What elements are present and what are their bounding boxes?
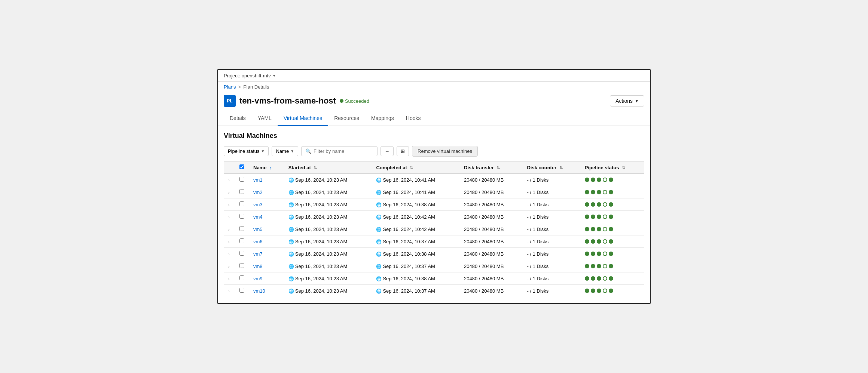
- row-checkbox-9[interactable]: [239, 288, 244, 293]
- row-pipeline-status-5: [580, 235, 644, 248]
- pipeline-dot-1-2: [585, 202, 589, 207]
- row-checkbox-0[interactable]: [239, 177, 244, 182]
- pipeline-dot-5-7: [609, 264, 613, 268]
- content-area: Virtual Machines Pipeline status ▼ Name …: [218, 126, 650, 303]
- name-filter-label: Name: [276, 148, 289, 154]
- row-expand-1[interactable]: ›: [224, 186, 235, 198]
- vm-table: Name ↑ Started at ⇅ Completed at ⇅ Disk …: [224, 161, 644, 297]
- table-row: › vm10 🌐Sep 16, 2024, 10:23 AM 🌐Sep 16, …: [224, 285, 644, 297]
- pipeline-dot-3-6: [597, 252, 601, 256]
- actions-button[interactable]: Actions ▼: [610, 95, 644, 107]
- row-disk-counter-1: - / 1 Disks: [522, 186, 580, 198]
- row-expand-5[interactable]: ›: [224, 235, 235, 248]
- table-row: › vm1 🌐Sep 16, 2024, 10:23 AM 🌐Sep 16, 2…: [224, 174, 644, 186]
- row-name-8: vm9: [249, 272, 284, 285]
- plan-badge: PL: [224, 95, 236, 107]
- name-filter[interactable]: Name ▼: [272, 146, 298, 156]
- pipeline-dot-3-9: [597, 289, 601, 293]
- toolbar: Pipeline status ▼ Name ▼ 🔍 → ⊞ Remove vi…: [224, 146, 644, 157]
- pipeline-dot-1-1: [585, 190, 589, 194]
- row-expand-7[interactable]: ›: [224, 260, 235, 272]
- project-selector[interactable]: Project: openshift-mtv ▼: [224, 73, 276, 78]
- row-started-4: 🌐Sep 16, 2024, 10:23 AM: [284, 223, 372, 235]
- disk-transfer-sort-icon: ⇅: [496, 166, 500, 170]
- row-name-6: vm7: [249, 248, 284, 260]
- table-row: › vm4 🌐Sep 16, 2024, 10:23 AM 🌐Sep 16, 2…: [224, 211, 644, 223]
- row-disk-transfer-6: 20480 / 20480 MB: [459, 248, 522, 260]
- pipeline-dot-3-5: [597, 239, 601, 244]
- row-started-3: 🌐Sep 16, 2024, 10:23 AM: [284, 211, 372, 223]
- row-checkbox-4[interactable]: [239, 226, 244, 231]
- row-disk-counter-0: - / 1 Disks: [522, 174, 580, 186]
- row-checkbox-8[interactable]: [239, 275, 244, 280]
- row-expand-8[interactable]: ›: [224, 272, 235, 285]
- row-checkbox-1[interactable]: [239, 189, 244, 194]
- row-completed-6: 🌐Sep 16, 2024, 10:38 AM: [372, 248, 459, 260]
- tab-mappings[interactable]: Mappings: [365, 111, 400, 126]
- row-disk-transfer-9: 20480 / 20480 MB: [459, 285, 522, 297]
- pipeline-dot-1-7: [585, 264, 589, 268]
- row-expand-9[interactable]: ›: [224, 285, 235, 297]
- row-started-9: 🌐Sep 16, 2024, 10:23 AM: [284, 285, 372, 297]
- actions-label: Actions: [615, 98, 633, 104]
- row-expand-3[interactable]: ›: [224, 211, 235, 223]
- breadcrumb-plans-link[interactable]: Plans: [224, 84, 236, 90]
- tab-yaml[interactable]: YAML: [252, 111, 278, 126]
- remove-vms-button[interactable]: Remove virtual machines: [412, 146, 478, 157]
- tab-virtual-machines[interactable]: Virtual Machines: [278, 111, 328, 126]
- row-name-2: vm3: [249, 198, 284, 211]
- pipeline-dot-3-2: [597, 202, 601, 207]
- pipeline-dot-1-6: [585, 252, 589, 256]
- row-pipeline-status-3: [580, 211, 644, 223]
- column-management-button[interactable]: ⊞: [397, 146, 409, 156]
- pipeline-dot-4-9: [603, 289, 607, 293]
- row-checkbox-cell-7: [235, 260, 249, 272]
- row-expand-6[interactable]: ›: [224, 248, 235, 260]
- row-checkbox-5[interactable]: [239, 238, 244, 243]
- row-checkbox-cell-9: [235, 285, 249, 297]
- row-expand-2[interactable]: ›: [224, 198, 235, 211]
- row-started-8: 🌐Sep 16, 2024, 10:23 AM: [284, 272, 372, 285]
- table-row: › vm7 🌐Sep 16, 2024, 10:23 AM 🌐Sep 16, 2…: [224, 248, 644, 260]
- row-disk-transfer-4: 20480 / 20480 MB: [459, 223, 522, 235]
- pipeline-dot-1-3: [585, 215, 589, 219]
- row-completed-3: 🌐Sep 16, 2024, 10:42 AM: [372, 211, 459, 223]
- search-go-button[interactable]: →: [380, 146, 394, 156]
- row-started-6: 🌐Sep 16, 2024, 10:23 AM: [284, 248, 372, 260]
- pipeline-dot-5-9: [609, 289, 613, 293]
- pipeline-dot-5-3: [609, 215, 613, 219]
- pipeline-dot-5-6: [609, 252, 613, 256]
- breadcrumb-separator: >: [238, 84, 241, 90]
- row-disk-transfer-2: 20480 / 20480 MB: [459, 198, 522, 211]
- row-started-1: 🌐Sep 16, 2024, 10:23 AM: [284, 186, 372, 198]
- row-checkbox-6[interactable]: [239, 251, 244, 256]
- pipeline-dot-5-5: [609, 239, 613, 244]
- row-started-2: 🌐Sep 16, 2024, 10:23 AM: [284, 198, 372, 211]
- page-title-row: PL ten-vms-from-same-host Succeeded: [224, 95, 369, 107]
- table-row: › vm3 🌐Sep 16, 2024, 10:23 AM 🌐Sep 16, 2…: [224, 198, 644, 211]
- row-checkbox-3[interactable]: [239, 214, 244, 219]
- pipeline-status-filter[interactable]: Pipeline status ▼: [224, 146, 269, 156]
- col-name: Name ↑: [249, 161, 284, 174]
- section-title: Virtual Machines: [224, 132, 644, 140]
- col-disk-transfer: Disk transfer ⇅: [459, 161, 522, 174]
- tab-hooks[interactable]: Hooks: [400, 111, 427, 126]
- tab-details[interactable]: Details: [224, 111, 252, 126]
- select-all-checkbox[interactable]: [239, 164, 244, 169]
- pipeline-dot-3-0: [597, 178, 601, 182]
- row-expand-0[interactable]: ›: [224, 174, 235, 186]
- pipeline-dot-1-9: [585, 289, 589, 293]
- tab-resources[interactable]: Resources: [328, 111, 365, 126]
- disk-counter-sort-icon: ⇅: [559, 166, 563, 170]
- row-expand-4[interactable]: ›: [224, 223, 235, 235]
- row-pipeline-status-1: [580, 186, 644, 198]
- row-pipeline-status-2: [580, 198, 644, 211]
- pipeline-status-label: Pipeline status: [228, 148, 260, 154]
- top-bar: Project: openshift-mtv ▼: [218, 70, 650, 82]
- row-checkbox-2[interactable]: [239, 201, 244, 206]
- row-checkbox-cell-1: [235, 186, 249, 198]
- search-input[interactable]: [314, 148, 373, 154]
- row-pipeline-status-8: [580, 272, 644, 285]
- row-name-3: vm4: [249, 211, 284, 223]
- row-checkbox-7[interactable]: [239, 263, 244, 268]
